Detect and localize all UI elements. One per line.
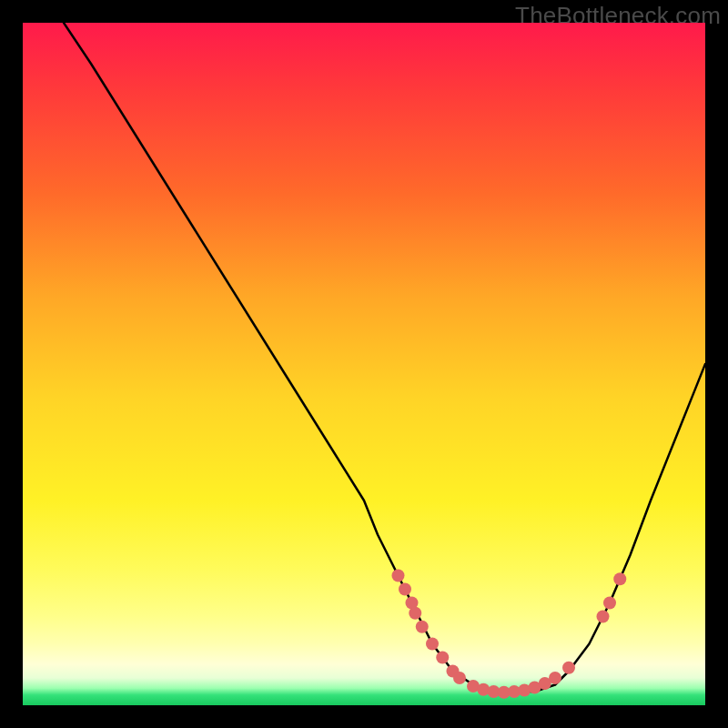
bottleneck-curve [64,23,705,692]
curve-marker [392,570,405,582]
curve-marker [597,611,610,623]
curve-marker [426,638,439,651]
curve-marker [613,572,626,585]
plot-area [23,23,705,705]
chart-frame: TheBottleneck.com [0,0,728,728]
curve-marker [549,672,561,684]
curve-marker [409,607,421,620]
curve-marker [603,597,616,610]
curve-marker [416,621,429,633]
curve-marker [399,583,411,596]
curve-svg [23,23,705,705]
curve-marker [436,652,449,664]
curve-marker [562,662,575,674]
curve-marker [453,672,466,684]
